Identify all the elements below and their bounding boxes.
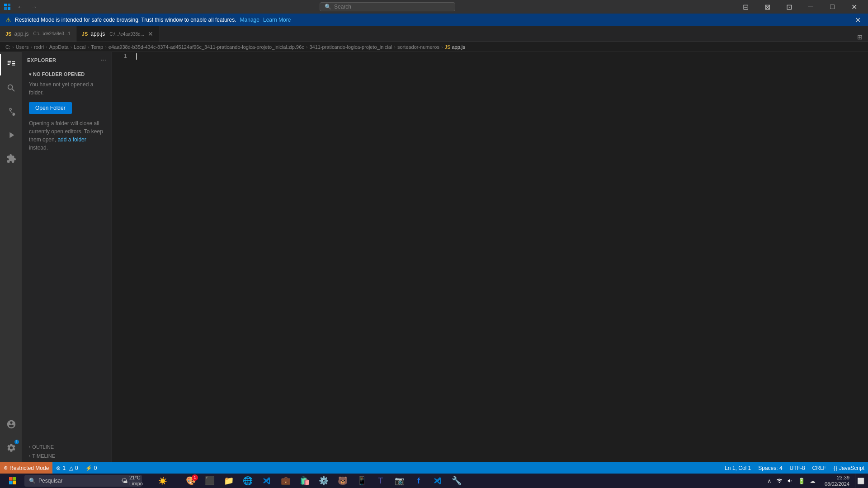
taskbar-app-teams2[interactable]: T — [372, 474, 390, 488]
ports-item[interactable]: ⚡ 0 — [82, 462, 101, 474]
svg-rect-1 — [8, 4, 10, 6]
nav-back-button[interactable]: ← — [14, 1, 26, 12]
breadcrumb-folder[interactable]: e4aa938d-b35d-434c-8374-ad45124af96c_341… — [108, 44, 304, 50]
sidebar-bottom: › OUTLINE › TIMELINE — [22, 441, 112, 462]
tray-onedrive-icon[interactable]: ☁ — [808, 474, 817, 488]
sidebar-header: EXPLORER ··· — [22, 52, 112, 68]
minimize-button[interactable]: ─ — [800, 0, 821, 14]
ports-icon: ⚡ — [85, 465, 92, 471]
breadcrumb-appdata[interactable]: AppData — [49, 44, 69, 50]
restricted-icon: ⊗ — [4, 465, 8, 471]
breadcrumb-sorteador[interactable]: sorteador-numeros — [397, 44, 439, 50]
tab-1-path: C:\...\de24a9e3...1 — [33, 31, 71, 36]
sidebar-title: EXPLORER — [27, 57, 57, 63]
layout-btn-2[interactable]: ⊠ — [757, 0, 778, 14]
activity-item-search[interactable] — [0, 77, 22, 99]
language-item[interactable]: {} JavaScript — [830, 462, 868, 474]
tray-volume-icon[interactable] — [785, 474, 795, 488]
taskbar-app-facebook[interactable]: f — [410, 474, 428, 488]
settings-badge: 1 — [14, 440, 19, 444]
activity-item-run[interactable] — [0, 124, 22, 146]
tray-network-icon[interactable] — [774, 474, 784, 488]
taskbar-app-vscode2[interactable] — [429, 474, 447, 488]
clock[interactable]: 23:39 08/02/2024 — [821, 474, 853, 488]
taskbar-app-file-explorer[interactable]: 📁 — [220, 474, 238, 488]
taskbar-app-settings[interactable]: ⚙️ — [315, 474, 333, 488]
breadcrumb-temp[interactable]: Temp — [91, 44, 103, 50]
breadcrumb-appjs[interactable]: JSapp.js — [445, 44, 465, 50]
taskbar-right: ∧ 🔋 ☁ 23:39 08/02/2024 ⬜ — [764, 474, 866, 488]
spaces-label: Spaces: 4 — [758, 465, 782, 471]
taskbar-app-extra[interactable]: 🔧 — [448, 474, 466, 488]
line-ending-item[interactable]: CRLF — [809, 462, 830, 474]
activity-item-explorer[interactable] — [0, 54, 22, 75]
activity-item-settings[interactable]: 1 — [0, 437, 22, 459]
breadcrumb-rodri[interactable]: rodri — [34, 44, 44, 50]
command-search-box[interactable]: 🔍 Search — [320, 2, 455, 11]
sidebar-note: Opening a folder will close all currentl… — [29, 119, 104, 152]
restricted-mode-item[interactable]: ⊗ Restricted Mode — [0, 462, 52, 474]
status-right: Ln 1, Col 1 Spaces: 4 UTF-8 CRLF {} Java… — [721, 462, 868, 474]
breadcrumb-project[interactable]: 3411-praticando-logica-projeto_inicial — [309, 44, 392, 50]
learn-more-link[interactable]: Learn More — [263, 17, 291, 23]
layout-btn-3[interactable]: ⊡ — [778, 0, 799, 14]
editor[interactable]: 1 — [112, 52, 868, 462]
notification-bar: ⚠ Restricted Mode is intended for safe c… — [0, 14, 868, 26]
tab-bar: JS app.js C:\...\de24a9e3...1 JS app.js … — [0, 26, 868, 42]
taskbar-app-edge[interactable]: 🌐 — [239, 474, 257, 488]
line-col-item[interactable]: Ln 1, Col 1 — [721, 462, 755, 474]
spaces-item[interactable]: Spaces: 4 — [755, 462, 786, 474]
line-col-label: Ln 1, Col 1 — [725, 465, 751, 471]
nav-forward-button[interactable]: → — [28, 1, 40, 12]
tab-1-icon: JS — [5, 31, 11, 37]
taskbar-app-colorful[interactable]: 🎨 1 — [182, 474, 200, 488]
breadcrumb-local[interactable]: Local — [74, 44, 85, 50]
breadcrumb-c[interactable]: C: — [5, 44, 10, 50]
notification-close-button[interactable]: ✕ — [853, 16, 863, 24]
activity-item-extensions[interactable] — [0, 148, 22, 169]
encoding-item[interactable]: UTF-8 — [786, 462, 809, 474]
facebook-icon: f — [417, 476, 420, 486]
activity-bar: 1 — [0, 52, 22, 462]
taskbar-app-vscode[interactable] — [258, 474, 276, 488]
open-folder-button[interactable]: Open Folder — [29, 102, 72, 114]
sidebar-timeline-section[interactable]: › TIMELINE — [22, 451, 112, 460]
weather-icon: ☀️ — [158, 477, 167, 485]
notification-message: Restricted Mode is intended for safe cod… — [15, 17, 236, 23]
breadcrumb-js-icon: JS — [445, 44, 451, 50]
taskbar-app-teams[interactable]: 💼 — [277, 474, 295, 488]
tray-battery-icon[interactable]: 🔋 — [796, 474, 807, 488]
taskbar-app-cortana[interactable]: 🐻 — [334, 474, 352, 488]
sidebar-more-button[interactable]: ··· — [100, 56, 106, 64]
clock-time: 23:39 — [837, 474, 849, 481]
activity-item-accounts[interactable] — [0, 413, 22, 435]
show-desktop-button[interactable]: ⬜ — [855, 474, 866, 488]
taskbar-app-store[interactable]: 🛍️ — [296, 474, 314, 488]
taskbar-app-weather[interactable]: ☀️ — [145, 474, 181, 488]
activity-item-source-control[interactable] — [0, 101, 22, 122]
tab-1[interactable]: JS app.js C:\...\de24a9e3...1 — [0, 26, 76, 42]
manage-link[interactable]: Manage — [240, 17, 259, 23]
sidebar-outline-section[interactable]: › OUTLINE — [22, 442, 112, 451]
taskbar-app-phone[interactable]: 📱 — [353, 474, 371, 488]
weather-widget[interactable]: 🌤 21°C Limpo — [118, 474, 146, 488]
taskbar-app-terminal[interactable]: ⬛ — [201, 474, 219, 488]
breadcrumb-users[interactable]: Users — [16, 44, 29, 50]
no-folder-section[interactable]: ▾ NO FOLDER OPENED — [29, 71, 104, 77]
editor-content: 1 — [112, 52, 868, 462]
errors-item[interactable]: ⊗ 1 △ 0 — [52, 462, 81, 474]
tab-2[interactable]: JS app.js C:\...\e4aa938d... ✕ — [76, 26, 160, 42]
tray-chevron[interactable]: ∧ — [765, 474, 774, 488]
add-folder-link[interactable]: add a folder — [57, 136, 86, 143]
tab-2-close-button[interactable]: ✕ — [147, 30, 154, 38]
editor-code[interactable] — [132, 52, 868, 462]
windows-start-button[interactable] — [2, 474, 24, 488]
line-ending-label: CRLF — [812, 465, 826, 471]
taskbar-app-instagram[interactable]: 📷 — [391, 474, 409, 488]
close-button[interactable]: ✕ — [844, 0, 864, 14]
warning-icon: △ — [69, 465, 73, 471]
breadcrumb: C: › Users › rodri › AppData › Local › T… — [0, 42, 868, 52]
split-editor-button[interactable]: ⊞ — [855, 33, 864, 42]
layout-btn-1[interactable]: ⊟ — [735, 0, 756, 14]
restore-button[interactable]: □ — [822, 0, 843, 14]
